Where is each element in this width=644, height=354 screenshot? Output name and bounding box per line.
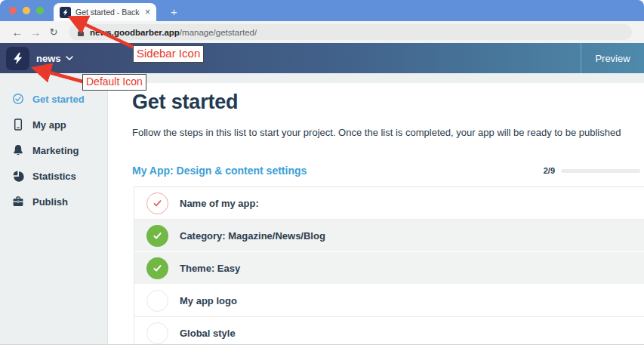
checklist-label: Category: Magazine/News/Blog: [180, 230, 325, 242]
default-icon-annotation: Default Icon: [82, 74, 146, 91]
pie-chart-icon: [12, 170, 24, 182]
sidebar-item-label: Statistics: [32, 171, 76, 182]
url-domain: news.goodbarber.app: [90, 28, 180, 37]
sidebar-item-marketing[interactable]: Marketing: [0, 137, 107, 163]
zoom-window-button[interactable]: [36, 7, 44, 14]
checklist-label: Name of my app:: [180, 198, 259, 209]
navbar-lightning-icon[interactable]: [6, 47, 29, 70]
briefcase-icon: [12, 195, 24, 208]
sidebar-icon-annotation: Sidebar Icon: [133, 45, 204, 63]
sidebar-item-statistics[interactable]: Statistics: [0, 163, 107, 189]
check-circle-icon: [12, 93, 24, 105]
back-icon[interactable]: ←: [8, 26, 26, 38]
url-path: /manage/getstarted/: [180, 28, 257, 37]
screenshot-root: Get started - Backoffice - Goo × + ← → ↻…: [0, 0, 644, 354]
minimize-window-button[interactable]: [23, 7, 30, 14]
checklist-row-global-style[interactable]: Global style: [134, 317, 644, 345]
sidebar-item-label: Get started: [32, 94, 85, 105]
browser-tab[interactable]: Get started - Backoffice - Goo ×: [54, 3, 156, 21]
app-name-dropdown[interactable]: news: [36, 53, 61, 64]
sidebar-item-label: My app: [32, 119, 66, 131]
checklist-label: Theme: Easy: [180, 263, 240, 274]
forward-icon[interactable]: →: [26, 26, 45, 38]
tab-close-icon[interactable]: ×: [144, 7, 151, 17]
checklist-row-app-logo[interactable]: My app logo: [134, 285, 644, 317]
page-description: Follow the steps in this list to start y…: [132, 127, 644, 138]
section-title: My App: Design & content settings: [132, 165, 307, 177]
sidebar-item-publish[interactable]: Publish: [0, 189, 107, 214]
url-text: news.goodbarber.app/manage/getstarted/: [90, 28, 257, 37]
window-controls: [0, 0, 44, 21]
checklist-row-name-of-app[interactable]: Name of my app:: [134, 187, 644, 220]
tab-favicon-lightning-icon: [60, 7, 71, 18]
sidebar-item-label: Publish: [32, 196, 68, 208]
new-tab-button[interactable]: +: [171, 6, 177, 17]
checklist-row-category[interactable]: Category: Magazine/News/Blog: [134, 220, 644, 252]
main-content: Get started Follow the steps in this lis…: [108, 83, 644, 345]
checklist-label: Global style: [180, 328, 236, 339]
preview-button[interactable]: Preview: [581, 43, 644, 73]
address-bar[interactable]: news.goodbarber.app/manage/getstarted/: [69, 24, 632, 40]
smartphone-icon: [12, 119, 24, 131]
browser-window: Get started - Backoffice - Goo × + ← → ↻…: [0, 0, 644, 345]
checklist-card: Name of my app: Category: Magazine/News/…: [134, 186, 644, 345]
main-area: Get started Follow the steps in this lis…: [108, 73, 644, 344]
close-window-button[interactable]: [9, 7, 17, 14]
checklist-row-theme[interactable]: Theme: Easy: [134, 252, 644, 285]
lock-icon: [77, 28, 85, 37]
browser-toolbar: ← → ↻ news.goodbarber.app/manage/getstar…: [0, 21, 644, 43]
app-navbar: news Preview: [0, 43, 644, 73]
page-title: Get started: [132, 91, 644, 114]
progress-label: 2/9: [544, 166, 555, 175]
empty-check-icon: [146, 290, 168, 312]
empty-check-icon: [146, 322, 168, 344]
done-check-icon: [146, 257, 168, 279]
tab-title: Get started - Backoffice - Goo: [75, 8, 140, 17]
page-body: Get started My app Marketing: [0, 73, 644, 344]
sidebar-item-my-app[interactable]: My app: [0, 112, 107, 137]
top-strip: [108, 73, 644, 83]
bell-icon: [12, 144, 24, 156]
checklist-label: My app logo: [180, 295, 237, 306]
browser-tab-bar: Get started - Backoffice - Goo × +: [0, 0, 644, 21]
reload-icon[interactable]: ↻: [45, 27, 63, 37]
progress-indicator: 2/9: [544, 166, 640, 175]
progress-bar: [561, 169, 640, 173]
done-check-icon: [146, 225, 168, 247]
attention-check-icon: [146, 192, 168, 214]
section-header: My App: Design & content settings 2/9: [132, 165, 644, 177]
chevron-down-icon[interactable]: [66, 56, 73, 60]
sidebar-item-label: Marketing: [32, 145, 79, 156]
sidebar: Get started My app Marketing: [0, 73, 108, 344]
